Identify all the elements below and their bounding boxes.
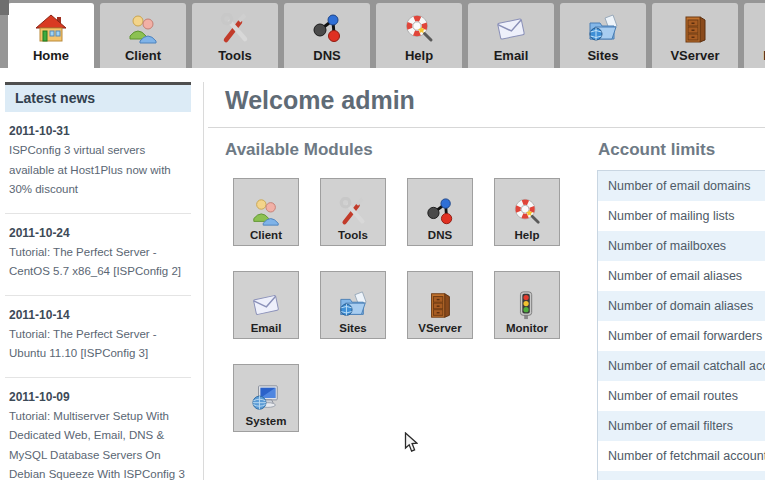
- module-tile-help[interactable]: Help: [494, 178, 560, 246]
- module-tile-label: Email: [251, 322, 282, 334]
- news-item: 2011-10-31 ISPConfig 3 virtual servers a…: [5, 112, 191, 214]
- module-tile-monitor[interactable]: Monitor: [494, 271, 560, 339]
- latest-news-panel: Latest news 2011-10-31 ISPConfig 3 virtu…: [5, 82, 191, 480]
- tab-help[interactable]: Help: [376, 3, 462, 68]
- available-modules-title: Available Modules: [225, 140, 373, 160]
- content-divider: [203, 82, 204, 480]
- tab-client-label: Client: [125, 48, 161, 63]
- home-icon: [35, 13, 67, 45]
- tools-icon: [338, 197, 368, 227]
- module-tile-label: System: [246, 415, 287, 427]
- account-limit-row: Number of email routes: [598, 381, 765, 411]
- tab-sites-label: Sites: [587, 48, 618, 63]
- table-row-partial: [598, 471, 765, 480]
- client-icon: [127, 13, 159, 45]
- account-limits-table: Number of email domains Number of mailin…: [597, 170, 765, 480]
- news-link[interactable]: Tutorial: The Perfect Server - CentOS 5.…: [9, 243, 185, 282]
- news-date: 2011-10-14: [9, 308, 185, 322]
- vserver-icon: [679, 13, 711, 45]
- account-limits-title: Account limits: [598, 140, 715, 160]
- module-tile-tools[interactable]: Tools: [320, 178, 386, 246]
- account-limit-row: Number of email domains: [598, 171, 765, 201]
- module-tile-label: Client: [250, 229, 282, 241]
- account-limit-row: Number of email forwarders: [598, 321, 765, 351]
- tab-home-label: Home: [33, 48, 69, 63]
- system-icon: [251, 383, 281, 413]
- module-tile-client[interactable]: Client: [233, 178, 299, 246]
- latest-news-title: Latest news: [5, 82, 191, 112]
- module-tile-vserver[interactable]: VServer: [407, 271, 473, 339]
- sites-icon: [587, 13, 619, 45]
- account-limit-row: Number of email catchall accounts: [598, 351, 765, 381]
- tab-tools-label: Tools: [218, 48, 252, 63]
- news-link[interactable]: Tutorial: Multiserver Setup With Dedicat…: [9, 407, 185, 480]
- email-icon: [251, 290, 281, 320]
- account-limit-row: Number of fetchmail accounts: [598, 441, 765, 471]
- tab-client[interactable]: Client: [100, 3, 186, 68]
- news-date: 2011-10-31: [9, 124, 185, 138]
- tools-icon: [219, 13, 251, 45]
- tab-dns-label: DNS: [313, 48, 340, 63]
- module-tile-label: Monitor: [506, 322, 548, 334]
- tab-tools[interactable]: Tools: [192, 3, 278, 68]
- mouse-cursor: [404, 432, 418, 453]
- module-tile-label: DNS: [428, 229, 452, 241]
- news-date: 2011-10-09: [9, 390, 185, 404]
- tab-vserver-label: VServer: [670, 48, 719, 63]
- news-date: 2011-10-24: [9, 226, 185, 240]
- monitor-icon: [512, 290, 542, 320]
- tab-help-label: Help: [405, 48, 433, 63]
- module-tile-label: VServer: [418, 322, 461, 334]
- news-item: 2011-10-24 Tutorial: The Perfect Server …: [5, 214, 191, 296]
- modules-grid: Client Tools DNS Help Email Sites VServe…: [233, 178, 560, 432]
- vserver-icon: [425, 290, 455, 320]
- tab-email-label: Email: [494, 48, 529, 63]
- help-icon: [403, 13, 435, 45]
- tab-sites[interactable]: Sites: [560, 3, 646, 68]
- dns-icon: [311, 13, 343, 45]
- news-link[interactable]: ISPConfig 3 virtual servers available at…: [9, 141, 185, 200]
- module-tile-label: Sites: [339, 322, 367, 334]
- help-icon: [512, 197, 542, 227]
- news-item: 2011-10-09 Tutorial: Multiserver Setup W…: [5, 378, 191, 480]
- account-limit-row: Number of domain aliases: [598, 291, 765, 321]
- module-tile-email[interactable]: Email: [233, 271, 299, 339]
- news-link[interactable]: Tutorial: The Perfect Server - Ubuntu 11…: [9, 325, 185, 364]
- tab-vserver[interactable]: VServer: [652, 3, 738, 68]
- module-tile-label: Tools: [338, 229, 368, 241]
- news-item: 2011-10-14 Tutorial: The Perfect Server …: [5, 296, 191, 378]
- module-tile-dns[interactable]: DNS: [407, 178, 473, 246]
- tab-dns[interactable]: DNS: [284, 3, 370, 68]
- email-icon: [495, 13, 527, 45]
- module-tile-system[interactable]: System: [233, 364, 299, 432]
- module-tile-label: Help: [515, 229, 540, 241]
- account-limit-row: Number of mailboxes: [598, 231, 765, 261]
- title-rule: [208, 127, 765, 128]
- dns-icon: [425, 197, 455, 227]
- strip-corner: [0, 0, 9, 15]
- tab-monitor[interactable]: Monitor: [744, 3, 765, 68]
- client-icon: [251, 197, 281, 227]
- top-tab-bar: Home Client Tools DNS Help Email Sites V…: [0, 0, 765, 68]
- module-tile-sites[interactable]: Sites: [320, 271, 386, 339]
- sites-icon: [338, 290, 368, 320]
- account-limit-row: Number of mailing lists: [598, 201, 765, 231]
- account-limit-row: Number of email filters: [598, 411, 765, 441]
- tab-home[interactable]: Home: [8, 3, 94, 68]
- account-limit-row: Number of email aliases: [598, 261, 765, 291]
- page-title: Welcome admin: [225, 86, 415, 115]
- tab-email[interactable]: Email: [468, 3, 554, 68]
